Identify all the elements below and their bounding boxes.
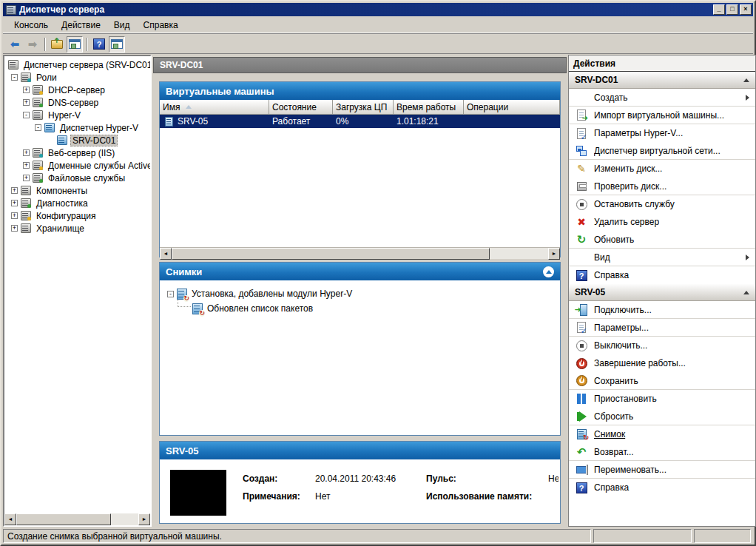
action-refresh[interactable]: ↻ Обновить [569,231,755,249]
tree-item-hyperv-manager[interactable]: - Диспетчер Hyper-V [7,121,150,134]
snapshot-item[interactable]: - Установка, добавлены модули Hyper-V [167,286,560,301]
action-vm-settings[interactable]: Параметры... [569,319,755,337]
help-toolbar-button[interactable]: ? [91,36,107,53]
collapse-expander[interactable]: - [35,124,41,131]
submenu-arrow-icon [746,95,749,101]
snapshot-icon [177,289,187,300]
expand-expander[interactable]: + [11,212,18,219]
forward-button[interactable]: ➡ [24,36,41,53]
menu-action[interactable]: Действие [55,18,107,33]
remove-server-icon: ✖ [577,217,586,227]
action-inspect-disk[interactable]: Проверить диск... [569,178,755,195]
expand-expander[interactable]: + [23,99,30,106]
selected-tree-label: SRV-DC01 [70,135,118,146]
collapse-expander[interactable]: - [167,291,174,297]
expand-expander[interactable]: + [11,225,18,232]
action-shut-down[interactable]: Завершение работы... [569,354,755,372]
scroll-right-button[interactable]: ► [138,513,150,525]
collapse-panel-button[interactable] [543,266,554,277]
minimize-button[interactable]: _ [713,4,725,15]
expand-expander[interactable]: + [23,149,30,156]
action-view[interactable]: Вид [569,249,755,266]
action-hyperv-settings[interactable]: Параметры Hyper-V... [569,124,755,142]
action-connect[interactable]: Подключить... [569,301,755,319]
tree-item-hyperv[interactable]: - Hyper-V [7,109,150,121]
action-snapshot[interactable]: Снимок [569,425,755,443]
action-virtual-network-manager[interactable]: Диспетчер виртуальной сети... [569,142,755,160]
dhcp-server-icon [33,85,43,95]
tree-item-diagnostics[interactable]: + Диагностика [7,197,150,209]
close-button[interactable]: × [740,4,752,15]
action-remove-server[interactable]: ✖ Удалить сервер [569,213,755,231]
heartbeat-value: Нет контак: [548,473,558,484]
column-cpu[interactable]: Загрузка ЦП [333,100,394,115]
menu-console[interactable]: Консоль [7,18,55,33]
action-turn-off[interactable]: Выключить... [569,337,755,354]
back-button[interactable]: ⬅ [7,36,23,53]
save-state-icon [576,375,587,386]
action-reset[interactable]: Сбросить [569,408,755,425]
up-one-level-button[interactable] [49,36,65,53]
tree-item-configuration[interactable]: + Конфигурация [7,209,150,222]
storage-icon [21,223,31,233]
menu-help[interactable]: Справка [137,18,185,33]
expand-expander[interactable]: + [23,162,30,169]
menu-view[interactable]: Вид [107,18,137,33]
console-tree-icon [69,39,81,49]
tree-item-roles[interactable]: - Роли [7,71,150,84]
vm-horizontal-scrollbar[interactable]: ◄ ► [160,247,560,259]
expand-expander[interactable]: + [11,187,18,194]
tree-item-srv-dc01[interactable]: SRV-DC01 [7,134,150,146]
column-uptime[interactable]: Время работы [394,100,464,115]
action-new[interactable]: Создать [569,89,755,107]
tree-item-features[interactable]: + Компоненты [7,184,150,197]
action-revert[interactable]: ↶ Возврат... [569,443,755,461]
action-save[interactable]: Сохранить [569,372,755,390]
snapshot-item-child[interactable]: Обновлен список пакетов [167,301,560,316]
tree-item-ad-ds[interactable]: + Доменные службы Active [7,159,150,172]
tree-item-dns[interactable]: + DNS-сервер [7,96,150,109]
column-name[interactable]: Имя [160,100,269,115]
scroll-thumb[interactable] [16,513,111,525]
virtual-machines-panel: Виртуальные машины Имя Состояние Загрузк… [159,81,561,257]
column-state[interactable]: Состояние [269,100,333,115]
expand-expander[interactable]: + [23,87,30,93]
scroll-thumb[interactable] [172,248,490,260]
action-edit-disk[interactable]: ✎ Изменить диск... [569,160,755,178]
show-console-tree-button[interactable] [67,36,83,53]
actions-group-header-srv-dc01[interactable]: SRV-DC01 [569,72,755,89]
collapse-expander[interactable]: - [11,74,18,81]
memory-label: Использование памяти: [426,491,548,502]
action-import-vm[interactable]: Импорт виртуальной машины... [569,107,755,124]
actions-group-header-srv-05[interactable]: SRV-05 [569,284,755,301]
maximize-button[interactable]: □ [726,4,738,15]
actions-pane: Действия SRV-DC01 Создать Импорт виртуал… [568,55,756,527]
status-cell [694,529,751,543]
show-actions-pane-button[interactable] [109,36,125,53]
snapshot-icon [192,303,203,314]
scroll-left-button[interactable]: ◄ [160,248,172,260]
tree-item-dhcp[interactable]: + DHCP-сервер [7,84,150,96]
expand-expander[interactable]: + [11,200,18,206]
revert-icon: ↶ [577,446,587,457]
scroll-left-button[interactable]: ◄ [4,513,16,525]
tree-item-root[interactable]: Диспетчер сервера (SRV-DC01) [7,58,150,71]
column-operations[interactable]: Операции [464,100,560,115]
virtual-network-icon [576,146,587,156]
action-rename[interactable]: Переименовать... [569,461,755,479]
vm-table-row[interactable]: SRV-05 Работает 0% 1.01:18:21 [160,115,560,128]
tree-item-web-server[interactable]: + Веб-сервер (IIS) [7,146,150,159]
tree-horizontal-scrollbar[interactable]: ◄ ► [4,513,150,525]
collapse-expander[interactable]: - [23,112,30,118]
forward-arrow-icon: ➡ [28,38,38,50]
tree-item-storage[interactable]: + Хранилище [7,222,150,235]
created-label: Создан: [243,473,315,484]
scroll-right-button[interactable]: ► [548,248,560,260]
action-stop-service[interactable]: Остановить службу [569,195,755,213]
action-help-host[interactable]: ? Справка [569,266,755,284]
tree-item-file-services[interactable]: + Файловые службы [7,172,150,184]
expand-expander[interactable]: + [23,175,30,181]
action-pause[interactable]: Приостановить [569,390,755,408]
vm-thumbnail[interactable] [170,470,226,516]
action-help-vm[interactable]: ? Справка [569,479,755,496]
